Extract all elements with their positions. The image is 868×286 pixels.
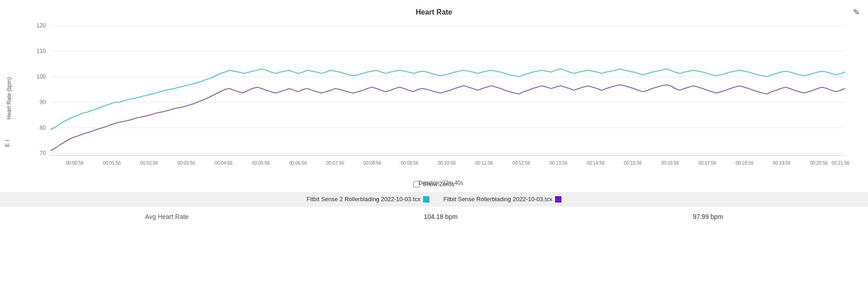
avg-hr-label: Avg Heart Rate <box>145 213 188 220</box>
avg-hr-sense: 97.99 bpm <box>693 213 723 220</box>
svg-text:90: 90 <box>40 99 46 105</box>
svg-text:00:20:56: 00:20:56 <box>810 161 828 166</box>
legend-item-sense2: Fitbit Sense 2 Rollerblading 2022-10-03.… <box>307 196 429 203</box>
svg-text:00:21:56: 00:21:56 <box>831 161 850 166</box>
chart-title: Heart Rate <box>0 0 868 16</box>
svg-text:100: 100 <box>37 73 46 80</box>
chart-container: Heart Rate ✎ E I Heart Rate (bpm) 120 11… <box>0 0 868 286</box>
svg-text:00:02:56: 00:02:56 <box>140 161 159 166</box>
svg-text:120: 120 <box>37 22 46 29</box>
legend-label-sense: Fitbit Sense Rollerblading 2022-10-03.tc… <box>443 196 552 203</box>
svg-text:00:00:56: 00:00:56 <box>66 161 84 166</box>
svg-text:00:06:56: 00:06:56 <box>289 161 307 166</box>
chart-svg: 120 110 100 90 80 70 00:00:56 00:01:56 0… <box>32 21 850 176</box>
y-axis-label: Heart Rate (bpm) <box>5 21 14 176</box>
svg-text:70: 70 <box>40 150 46 156</box>
legend-color-sense <box>555 196 561 203</box>
sense-line <box>50 85 845 151</box>
avg-hr-sense2: 104.18 bpm <box>424 213 458 220</box>
svg-text:00:08:56: 00:08:56 <box>364 161 382 166</box>
svg-text:00:16:56: 00:16:56 <box>661 161 679 166</box>
legend-item-sense: Fitbit Sense Rollerblading 2022-10-03.tc… <box>443 196 561 203</box>
svg-text:00:03:56: 00:03:56 <box>177 161 196 166</box>
sense2-line <box>50 69 845 130</box>
legend-label-sense2: Fitbit Sense 2 Rollerblading 2022-10-03.… <box>307 196 420 203</box>
svg-text:110: 110 <box>37 48 46 54</box>
stats-row: Avg Heart Rate 104.18 bpm 97.99 bpm <box>0 206 868 227</box>
svg-text:00:12:56: 00:12:56 <box>512 161 530 166</box>
svg-text:80: 80 <box>40 125 46 131</box>
svg-text:00:07:56: 00:07:56 <box>326 161 344 166</box>
svg-text:00:14:56: 00:14:56 <box>587 161 605 166</box>
svg-text:00:09:56: 00:09:56 <box>401 161 419 166</box>
svg-text:00:05:56: 00:05:56 <box>252 161 270 166</box>
legend-row: Fitbit Sense 2 Rollerblading 2022-10-03.… <box>0 192 868 206</box>
svg-text:00:13:56: 00:13:56 <box>550 161 568 166</box>
x-axis-label: Duration: 22m 40s <box>32 180 850 186</box>
svg-text:00:04:56: 00:04:56 <box>215 161 233 166</box>
chart-area: Heart Rate (bpm) 120 110 100 90 80 70 00… <box>32 21 850 176</box>
svg-text:00:01:56: 00:01:56 <box>103 161 121 166</box>
svg-text:00:15:56: 00:15:56 <box>624 161 642 166</box>
svg-text:00:11:56: 00:11:56 <box>475 161 493 166</box>
svg-text:00:18:56: 00:18:56 <box>736 161 754 166</box>
legend-color-sense2 <box>423 196 429 203</box>
svg-text:00:17:56: 00:17:56 <box>699 161 717 166</box>
svg-text:00:19:56: 00:19:56 <box>773 161 791 166</box>
edit-icon[interactable]: ✎ <box>853 7 860 17</box>
svg-text:00:10:56: 00:10:56 <box>438 161 456 166</box>
